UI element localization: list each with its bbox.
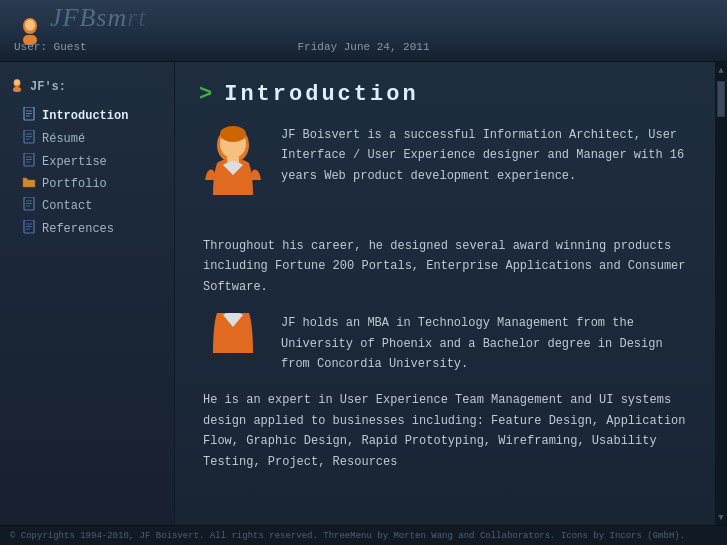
- content-text-3: JF holds an MBA in Technology Management…: [281, 313, 691, 374]
- sidebar-label-introduction: Introduction: [42, 109, 128, 123]
- scroll-down-arrow[interactable]: ▼: [718, 511, 723, 525]
- content-paragraph-2: Throughout his career, he designed sever…: [199, 236, 691, 297]
- main-layout: JF's: Introduction: [0, 62, 727, 525]
- avatar-large-1: [199, 125, 267, 220]
- sidebar-item-contact[interactable]: Contact: [0, 194, 174, 217]
- sidebar-user-section: JF's:: [0, 74, 174, 104]
- avatar-figure-1: [199, 125, 267, 215]
- content-section-1: JF Boisvert is a successful Information …: [199, 125, 691, 220]
- content-paragraph-4: He is an expert in User Experience Team …: [199, 390, 691, 472]
- sidebar-label-contact: Contact: [42, 199, 92, 213]
- folder-icon-portfolio: [22, 176, 36, 191]
- sidebar-label-expertise: Expertise: [42, 155, 107, 169]
- doc-icon-introduction: [22, 107, 36, 124]
- sidebar-section-label: JF's:: [30, 80, 66, 94]
- sidebar-user-icon: [10, 78, 24, 96]
- doc-icon-references: [22, 220, 36, 237]
- scroll-up-arrow[interactable]: ▲: [718, 64, 723, 78]
- doc-icon-expertise: [22, 153, 36, 170]
- sidebar-item-expertise[interactable]: Expertise: [0, 150, 174, 173]
- svg-point-1: [25, 19, 35, 30]
- header-date-label: Friday June 24, 2011: [297, 41, 429, 53]
- sidebar-item-portfolio[interactable]: Portfolio: [0, 173, 174, 194]
- avatar-figure-2: [199, 313, 267, 363]
- content-section-3: JF holds an MBA in Technology Management…: [199, 313, 691, 374]
- svg-rect-5: [13, 87, 21, 92]
- header-user-label: User: Guest: [14, 41, 87, 53]
- sidebar-label-references: References: [42, 222, 114, 236]
- footer: © Copyrights 1994-2010, JF Boisvert. All…: [0, 525, 727, 545]
- footer-text: © Copyrights 1994-2010, JF Boisvert. All…: [10, 531, 685, 541]
- content-text-1: JF Boisvert is a successful Information …: [281, 125, 691, 220]
- svg-point-4: [14, 80, 20, 86]
- avatar-small-2: [199, 313, 267, 374]
- sidebar: JF's: Introduction: [0, 62, 175, 525]
- page-title-row: > Introduction: [199, 82, 691, 107]
- scrollbar-right[interactable]: ▲ ▼: [715, 62, 727, 525]
- sidebar-item-resume[interactable]: Résumé: [0, 127, 174, 150]
- sidebar-item-references[interactable]: References: [0, 217, 174, 240]
- svg-point-28: [220, 126, 246, 142]
- scroll-thumb[interactable]: [717, 81, 725, 117]
- sidebar-label-resume: Résumé: [42, 132, 85, 146]
- main-content: > Introduction: [175, 62, 715, 525]
- doc-icon-contact: [22, 197, 36, 214]
- doc-icon-resume: [22, 130, 36, 147]
- sidebar-label-portfolio: Portfolio: [42, 177, 107, 191]
- title-arrow-icon: >: [199, 82, 212, 107]
- page-title: Introduction: [224, 82, 418, 107]
- header-script: JFBsmrt: [50, 3, 147, 33]
- header: JFBsmrt User: Guest Friday June 24, 2011: [0, 0, 727, 62]
- sidebar-item-introduction[interactable]: Introduction: [0, 104, 174, 127]
